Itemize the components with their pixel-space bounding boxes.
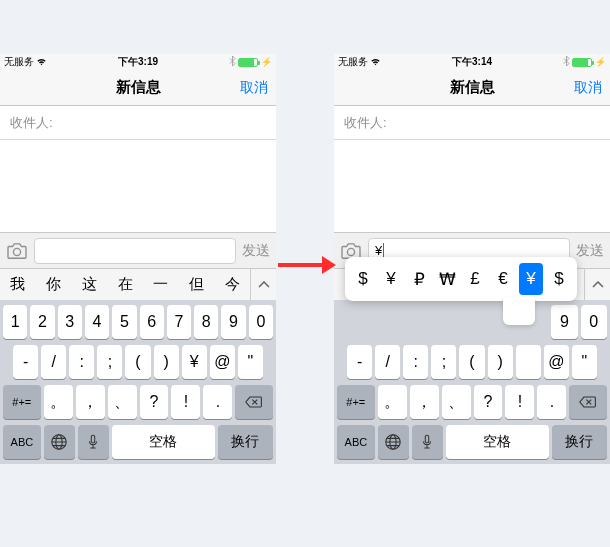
recipient-field[interactable]: 收件人: [334, 106, 610, 140]
cancel-button[interactable]: 取消 [574, 79, 602, 97]
phone-right: 无服务 下午3:14 ⚡ 新信息 取消 收件人: [334, 54, 610, 464]
key[interactable]: . [537, 385, 566, 419]
key[interactable]: - [347, 345, 372, 379]
battery-icon [238, 58, 258, 67]
key[interactable]: ( [125, 345, 150, 379]
key[interactable]: ) [488, 345, 513, 379]
abc-key[interactable]: ABC [3, 425, 41, 459]
recipient-field[interactable]: 收件人: [0, 106, 276, 140]
key[interactable]: " [238, 345, 263, 379]
candidate[interactable]: 我 [0, 275, 36, 294]
key[interactable]: ， [410, 385, 439, 419]
candidate[interactable]: 但 [179, 275, 215, 294]
candidate[interactable]: 你 [36, 275, 72, 294]
input-value: ¥ [375, 243, 382, 258]
battery-icon [572, 58, 592, 67]
globe-key[interactable] [44, 425, 75, 459]
key[interactable]: ( [459, 345, 484, 379]
carrier-text: 无服务 [338, 55, 368, 69]
key[interactable]: 、 [108, 385, 137, 419]
key[interactable]: ! [505, 385, 534, 419]
chevron-up-icon[interactable] [250, 269, 276, 300]
nav-bar: 新信息 取消 [0, 70, 276, 106]
key[interactable]: 6 [140, 305, 164, 339]
key[interactable]: 。 [378, 385, 407, 419]
key[interactable]: @ [544, 345, 569, 379]
key[interactable]: 9 [221, 305, 245, 339]
key[interactable]: 0 [581, 305, 607, 339]
delete-key[interactable] [569, 385, 607, 419]
return-key[interactable]: 换行 [218, 425, 273, 459]
popup-item[interactable]: £ [463, 263, 487, 295]
key[interactable]: 7 [167, 305, 191, 339]
svg-rect-3 [92, 435, 95, 443]
phone-left: 无服务 下午3:19 ⚡ 新信息 取消 收件人: [0, 54, 276, 464]
key[interactable]: 9 [551, 305, 577, 339]
arrow-icon [278, 256, 336, 274]
key-yen-held[interactable] [516, 345, 541, 379]
message-input[interactable] [34, 238, 236, 264]
key[interactable]: " [572, 345, 597, 379]
space-key[interactable]: 空格 [446, 425, 549, 459]
key[interactable]: . [203, 385, 232, 419]
key[interactable]: 、 [442, 385, 471, 419]
nav-bar: 新信息 取消 [334, 70, 610, 106]
candidate[interactable]: 一 [143, 275, 179, 294]
key[interactable]: ) [154, 345, 179, 379]
message-area [0, 140, 276, 232]
popup-item-selected[interactable]: ¥ [519, 263, 543, 295]
status-time: 下午3:19 [47, 55, 229, 69]
key[interactable]: - [13, 345, 38, 379]
abc-key[interactable]: ABC [337, 425, 375, 459]
send-button[interactable]: 发送 [242, 242, 270, 260]
popup-item[interactable]: $ [351, 263, 375, 295]
currency-popup: $ ¥ ₽ ₩ £ € ¥ $ [345, 257, 577, 301]
candidate[interactable]: 今 [214, 275, 250, 294]
popup-item[interactable]: € [491, 263, 515, 295]
candidate[interactable]: 在 [107, 275, 143, 294]
delete-key[interactable] [235, 385, 273, 419]
candidate[interactable]: 这 [71, 275, 107, 294]
key[interactable]: ? [140, 385, 169, 419]
key[interactable]: 5 [112, 305, 136, 339]
candidate-bar: 我 你 这 在 一 但 今 [0, 268, 276, 300]
shift-key[interactable]: #+= [337, 385, 375, 419]
status-time: 下午3:14 [381, 55, 563, 69]
key[interactable]: 2 [30, 305, 54, 339]
key[interactable]: / [41, 345, 66, 379]
key[interactable]: 1 [3, 305, 27, 339]
key[interactable]: : [69, 345, 94, 379]
mic-key[interactable] [412, 425, 443, 459]
status-bar: 无服务 下午3:14 ⚡ [334, 54, 610, 70]
space-key[interactable]: 空格 [112, 425, 215, 459]
chevron-up-icon[interactable] [584, 269, 610, 300]
key[interactable]: ! [171, 385, 200, 419]
key[interactable]: 。 [44, 385, 73, 419]
wifi-icon [370, 57, 381, 68]
key[interactable]: ; [431, 345, 456, 379]
key[interactable]: / [375, 345, 400, 379]
globe-key[interactable] [378, 425, 409, 459]
key[interactable]: ? [474, 385, 503, 419]
key[interactable]: 8 [194, 305, 218, 339]
key[interactable]: 4 [85, 305, 109, 339]
key[interactable]: ¥ [182, 345, 207, 379]
mic-key[interactable] [78, 425, 109, 459]
keyboard: 1 2 3 4 5 6 7 8 9 0 - / : ; ( ) ¥ @ " [0, 300, 276, 464]
wifi-icon [36, 57, 47, 68]
cancel-button[interactable]: 取消 [240, 79, 268, 97]
popup-item[interactable]: ₽ [407, 263, 431, 295]
popup-item[interactable]: ₩ [435, 263, 459, 295]
key[interactable]: @ [210, 345, 235, 379]
shift-key[interactable]: #+= [3, 385, 41, 419]
key[interactable]: 3 [58, 305, 82, 339]
popup-item[interactable]: ¥ [379, 263, 403, 295]
key[interactable]: : [403, 345, 428, 379]
send-button[interactable]: 发送 [576, 242, 604, 260]
key[interactable]: 0 [249, 305, 273, 339]
camera-icon[interactable] [6, 242, 28, 260]
popup-item[interactable]: $ [547, 263, 571, 295]
key[interactable]: ， [76, 385, 105, 419]
return-key[interactable]: 换行 [552, 425, 607, 459]
key[interactable]: ; [97, 345, 122, 379]
